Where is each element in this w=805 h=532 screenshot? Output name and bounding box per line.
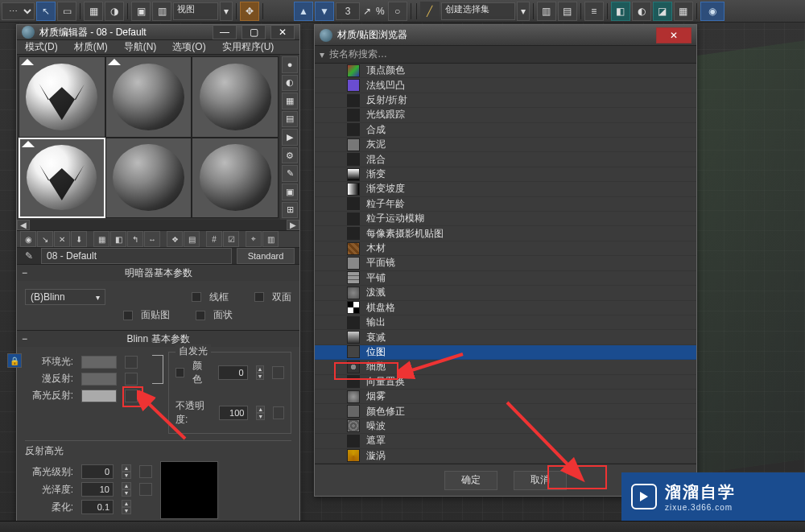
gloss-spinner[interactable]: 10 xyxy=(81,482,114,497)
close-button[interactable]: ✕ xyxy=(656,27,691,43)
spinner-arrows[interactable]: ▲▼ xyxy=(122,500,131,514)
material-type-button[interactable]: Standard xyxy=(237,248,295,264)
sample-slot[interactable] xyxy=(192,138,279,219)
rollout-blinn[interactable]: − Blinn 基本参数 xyxy=(17,331,299,347)
schematic-icon[interactable]: ◧ xyxy=(611,2,630,21)
cancel-button[interactable]: 取消 xyxy=(514,471,567,490)
curve-editor-icon[interactable]: ◪ xyxy=(653,2,672,21)
menu-nav[interactable]: 导航(N) xyxy=(116,40,165,54)
reset-icon[interactable]: ✕ xyxy=(54,231,70,247)
scrollbar[interactable] xyxy=(30,220,287,230)
eyedropper-icon[interactable]: ✎ xyxy=(22,249,36,263)
menu-material[interactable]: 材质(M) xyxy=(66,40,116,54)
put-icon[interactable]: ⬇ xyxy=(71,231,87,247)
put-to-library-icon[interactable]: ▤ xyxy=(184,231,200,247)
menu-utilities[interactable]: 实用程序(U) xyxy=(214,40,283,54)
rollout-shader[interactable]: − 明暗器基本参数 xyxy=(17,265,299,281)
crossing-select-icon[interactable]: ▥ xyxy=(152,2,171,21)
circle-icon[interactable]: ○ xyxy=(388,2,407,21)
map-item[interactable]: 细胞 xyxy=(315,360,696,374)
mirror-icon[interactable]: ▥ xyxy=(537,2,556,21)
render-icon[interactable]: ◉ xyxy=(700,2,724,21)
window-select-icon[interactable]: ▣ xyxy=(131,2,151,21)
get-material-icon[interactable]: ◉ xyxy=(20,231,36,247)
select-rect-icon[interactable]: ▭ xyxy=(57,2,76,21)
twosided-checkbox[interactable] xyxy=(254,292,264,302)
diffuse-color[interactable] xyxy=(81,373,117,386)
go-parent-icon[interactable]: ↰ xyxy=(127,231,143,247)
assign-icon[interactable]: ↘ xyxy=(37,231,53,247)
map-item[interactable]: 反射/折射 xyxy=(315,93,696,108)
map-item[interactable]: 粒子运动模糊 xyxy=(315,212,696,226)
minus-icon[interactable]: ▼ xyxy=(315,2,334,21)
sample-options-icon[interactable]: ⚙ xyxy=(282,147,298,164)
map-item[interactable]: 衰减 xyxy=(315,330,696,344)
spec-level-spinner[interactable]: 0 xyxy=(81,464,114,479)
dropdown-icon[interactable]: ▾ xyxy=(517,2,530,21)
sample-wand-icon[interactable]: ✎ xyxy=(282,165,298,182)
show-end-result-icon[interactable]: ◧ xyxy=(110,231,126,247)
sample-light-icon[interactable]: ◐ xyxy=(282,75,298,92)
gloss-map-slot[interactable] xyxy=(139,483,152,496)
spinner-arrows[interactable]: ▲▼ xyxy=(122,464,131,479)
move-icon[interactable]: ✥ xyxy=(240,2,259,21)
ambient-color[interactable] xyxy=(81,356,117,369)
map-item[interactable]: 渐变坡度 xyxy=(315,182,696,196)
map-item[interactable]: 合成 xyxy=(315,123,696,138)
menu-mode[interactable]: 模式(D) xyxy=(17,40,66,54)
pick-icon[interactable]: ⌖ xyxy=(246,231,262,247)
selfillum-color-checkbox[interactable] xyxy=(175,368,184,377)
shader-combo[interactable]: (B)Blinn xyxy=(25,289,105,305)
soften-spinner[interactable]: 0.1 xyxy=(81,500,114,514)
sample-slot[interactable] xyxy=(19,56,105,138)
map-item[interactable]: 法线凹凸 xyxy=(315,78,696,93)
map-item[interactable]: 平面镜 xyxy=(315,256,696,270)
select-by-material-icon[interactable]: ☑ xyxy=(223,231,239,247)
map-item[interactable]: 木材 xyxy=(315,241,696,256)
spec-level-map-slot[interactable] xyxy=(139,465,152,478)
map-item[interactable]: 顶点颜色 xyxy=(315,64,696,78)
map-item[interactable]: 遮罩 xyxy=(315,434,696,448)
dropdown[interactable]: ⋯ xyxy=(2,2,35,20)
map-item[interactable]: 棋盘格 xyxy=(315,301,696,315)
spinner[interactable]: 3 xyxy=(336,2,360,20)
spinner-arrows[interactable]: ▲▼ xyxy=(256,365,265,380)
specular-map-slot[interactable] xyxy=(125,390,138,402)
faceted-checkbox[interactable] xyxy=(196,311,205,320)
sample-slot[interactable] xyxy=(192,56,279,138)
map-item[interactable]: 颜色修正 xyxy=(315,404,696,419)
timeline[interactable] xyxy=(0,521,805,532)
selfillum-spinner[interactable]: 0 xyxy=(218,365,248,380)
facemap-checkbox[interactable] xyxy=(123,311,133,320)
map-item[interactable]: 渐变 xyxy=(315,167,696,182)
map-item[interactable]: 光线跟踪 xyxy=(315,108,696,122)
selection-set-combo[interactable]: 创建选择集 xyxy=(441,2,515,20)
map-item[interactable]: 漩涡 xyxy=(315,449,696,464)
options2-icon[interactable]: ▥ xyxy=(262,231,279,247)
opacity-spinner[interactable]: 100 xyxy=(219,406,248,420)
sample-count-icon[interactable]: ⊞ xyxy=(282,202,298,219)
lock-icon[interactable]: 🔒 xyxy=(7,353,22,368)
align-icon[interactable]: ▤ xyxy=(558,2,577,21)
material-editor-icon[interactable]: ◐ xyxy=(632,2,651,21)
material-name-field[interactable] xyxy=(41,248,232,264)
ok-button[interactable]: 确定 xyxy=(444,471,497,490)
map-item[interactable]: 每像素摄影机贴图 xyxy=(315,226,696,241)
map-item[interactable]: 混合 xyxy=(315,152,696,167)
show-map-icon[interactable]: ▦ xyxy=(93,231,109,247)
sample-slot[interactable] xyxy=(105,138,192,219)
map-item[interactable]: 平铺 xyxy=(315,271,696,286)
sample-checker-icon[interactable]: ▦ xyxy=(282,93,298,109)
selfillum-map-slot[interactable] xyxy=(272,366,284,379)
map-item[interactable]: 输出 xyxy=(315,315,696,330)
scroll-left-icon[interactable]: ◀ xyxy=(17,220,30,230)
slash-icon[interactable]: ╱ xyxy=(420,2,440,21)
map-item[interactable]: 位图 xyxy=(315,345,696,360)
sample-slot-selected[interactable] xyxy=(19,138,105,219)
map-item[interactable]: 噪波 xyxy=(315,419,696,434)
sample-sphere-icon[interactable]: ● xyxy=(282,56,298,73)
wireframe-checkbox[interactable] xyxy=(192,292,201,302)
diffuse-map-slot[interactable] xyxy=(125,373,138,386)
make-unique-icon[interactable]: ❖ xyxy=(167,231,183,247)
close-button[interactable]: ✕ xyxy=(270,25,295,39)
